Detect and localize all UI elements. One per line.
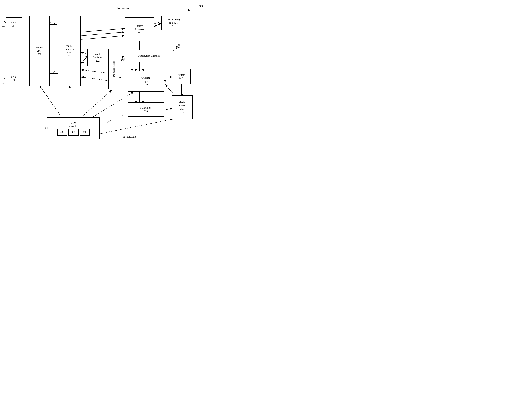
svg-line-51 (81, 55, 88, 64)
title-300: 300 (198, 4, 204, 8)
demux-box: De-multiplexor (108, 49, 120, 89)
phy-top-box: PHY 304 (6, 17, 22, 31)
schedulers-box: Schedulers 320 (127, 102, 164, 117)
svg-line-31 (163, 108, 172, 110)
svg-line-17 (154, 23, 161, 27)
distribution-channels-box: Distribution Channels (125, 50, 173, 62)
phy-bottom-box: PHY 330 (6, 72, 22, 85)
schedulers-label: Schedulers (140, 106, 151, 109)
cpu-sub-338-box: 338 (69, 129, 79, 136)
framer-mac-ref: 306 (38, 53, 41, 56)
cpu-subsystem-label: CPUSubsystem (68, 121, 79, 128)
cpu-sub-338-label: 338 (72, 131, 75, 134)
svg-line-18 (154, 23, 161, 27)
distribution-channels-label: Distribution Channels (138, 54, 160, 58)
ingress-processor-box: IngressProcessor 310 (125, 17, 154, 41)
svg-line-47 (53, 71, 55, 73)
counter-stats-label: CounterStatistics (93, 52, 102, 59)
ref-314-side-label: 314 (175, 46, 179, 49)
counter-stats-ref: 328 (96, 59, 100, 62)
buffers-label: Buffers (177, 73, 185, 77)
media-interface-ref: 308 (68, 54, 71, 57)
cpu-sub-340-label: 340 (83, 131, 86, 134)
ref-324-label: 324 (121, 57, 125, 60)
queuing-engines-ref: 316 (144, 83, 148, 86)
cpu-sub-336-label: 336 (60, 131, 64, 134)
media-interface-box: MediaInterfaceASIC 308 (58, 16, 81, 86)
ref-334-label: 334 (44, 126, 48, 130)
master-scheduler-ref: 322 (180, 111, 184, 114)
phy-bottom-label: PHY (11, 75, 16, 79)
cpu-sub-340-box: 340 (80, 129, 90, 136)
svg-line-46 (52, 71, 54, 72)
svg-line-19 (154, 22, 161, 24)
ingress-processor-label: IngressProcessor (134, 24, 144, 31)
framer-mac-box: Framer/MAC 306 (29, 16, 50, 86)
svg-line-54 (81, 70, 109, 73)
counter-stats-box: CounterStatistics 328 (87, 49, 108, 66)
svg-line-13 (81, 32, 125, 36)
svg-line-15 (100, 29, 101, 31)
cpu-sub-336-box: 336 (57, 129, 67, 136)
backpressure-bottom-label: backpressure (123, 135, 136, 138)
phy-bottom-ref: 330 (12, 79, 16, 82)
phy-top-ref: 304 (12, 24, 16, 27)
master-scheduler-label: MasterSched-uler (178, 101, 186, 111)
ref-332-label: 332 (1, 82, 5, 85)
framer-mac-label: Framer/MAC (35, 46, 44, 53)
queuing-engines-label: QueuingEngines (141, 76, 150, 83)
master-scheduler-box: MasterSched-uler 322 (171, 95, 193, 119)
svg-line-14 (81, 36, 125, 39)
forwarding-db-label: ForwardingDatabase (168, 18, 180, 25)
svg-line-12 (81, 28, 125, 32)
cpu-subsystem-box: CPUSubsystem 336 338 340 (47, 117, 100, 139)
buffers-ref: 318 (179, 77, 183, 80)
buffers-box: Buffers 318 (171, 69, 191, 84)
demux-label: De-multiplexor (113, 61, 115, 77)
media-interface-label: MediaInterfaceASIC (65, 44, 74, 55)
svg-line-37 (86, 92, 134, 121)
queuing-engines-box: QueuingEngines 316 (127, 71, 164, 92)
svg-line-34 (39, 85, 64, 121)
forwarding-db-box: ForwardingDatabase 312 (161, 16, 186, 30)
svg-line-55 (81, 77, 109, 81)
svg-line-11 (50, 22, 51, 24)
svg-line-36 (77, 90, 112, 121)
ingress-processor-ref: 310 (138, 31, 141, 34)
forwarding-db-ref: 312 (172, 25, 176, 28)
svg-line-39 (99, 119, 172, 134)
svg-line-16 (101, 30, 102, 31)
ref-302-label: 302 (1, 25, 5, 28)
schedulers-ref: 320 (144, 110, 148, 113)
diagram: 300 backpressure 302 (0, 0, 266, 200)
backpressure-top-label: backpressure (117, 6, 131, 9)
phy-top-label: PHY (11, 21, 16, 24)
